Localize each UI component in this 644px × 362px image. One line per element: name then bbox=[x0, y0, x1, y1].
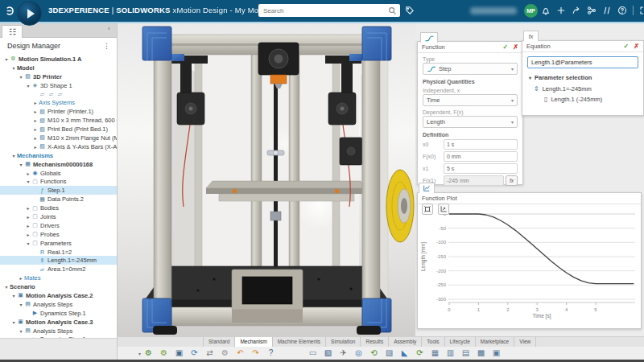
tree-expand-arrow[interactable]: ▸ bbox=[25, 171, 31, 176]
search-icon[interactable] bbox=[388, 6, 397, 15]
parameter-selection-header[interactable]: ▾ Parameter selection bbox=[529, 74, 637, 81]
tree-expand-arrow[interactable]: ▸ bbox=[18, 275, 24, 281]
simulate-icon[interactable]: ⚙ bbox=[141, 347, 156, 360]
tree-item[interactable]: ▾▧3D Printer bbox=[0, 72, 117, 81]
tree-item[interactable]: ▾▦Mechanism00000168 bbox=[0, 160, 117, 169]
tree-item[interactable]: ▾▤Analysis Steps bbox=[0, 300, 117, 309]
tree-expand-arrow[interactable]: ▸ bbox=[32, 100, 39, 105]
compass-play-button[interactable] bbox=[17, 1, 42, 26]
search-bar[interactable] bbox=[258, 4, 400, 17]
tree-item[interactable]: ƒStep.1 bbox=[0, 186, 117, 195]
generate-icon[interactable]: ⚙ bbox=[156, 347, 171, 360]
3d-viewport[interactable] bbox=[118, 23, 415, 336]
function-plot-canvas[interactable]: 0-50-100-150-200-250-300012345Time [s]Le… bbox=[418, 204, 641, 328]
function-type-dropdown[interactable]: Step bbox=[423, 63, 518, 75]
tree-item[interactable]: RReal.1=2 bbox=[0, 248, 117, 257]
tree-collapse-arrow[interactable]: ▾ bbox=[18, 302, 24, 307]
tree-item[interactable]: ▸▢Drivers bbox=[0, 221, 117, 230]
function-panel-tab[interactable] bbox=[420, 32, 438, 43]
tree-expand-arrow[interactable]: ▸ bbox=[25, 214, 31, 220]
tree-item[interactable]: ▸▧M10 x 3 mm Thread, 600 mm Long, ... bbox=[0, 116, 117, 125]
tree-collapse-arrow[interactable]: ▾ bbox=[10, 65, 17, 71]
tree-item[interactable]: ▱Area.1=0mm2 bbox=[0, 265, 117, 274]
tree-collapse-arrow[interactable]: ▾ bbox=[3, 56, 10, 62]
tree-item[interactable]: ▾⚙Motion Simulation.1 A bbox=[0, 55, 117, 64]
tag-icon[interactable] bbox=[405, 6, 415, 15]
cancel-button[interactable]: ✗ bbox=[513, 43, 518, 51]
save-icon[interactable]: ▣ bbox=[171, 347, 187, 360]
tree-item[interactable]: ▸▧Printer (Printer.1) bbox=[0, 107, 117, 116]
ok-button[interactable]: ✓ bbox=[503, 43, 509, 51]
notifications-icon[interactable] bbox=[541, 6, 551, 15]
tree-collapse-arrow[interactable]: ▾ bbox=[3, 284, 10, 290]
independent-dropdown[interactable]: Time bbox=[423, 94, 518, 106]
tree-item[interactable]: ▱▱▱ bbox=[0, 90, 117, 99]
tree-expand-arrow[interactable]: ▸ bbox=[32, 135, 39, 141]
forward-icon[interactable] bbox=[572, 6, 581, 15]
plane-icon[interactable]: ▱ bbox=[39, 91, 46, 97]
view-frame-icon[interactable]: ▭ bbox=[305, 347, 320, 360]
cancel-button[interactable]: ✗ bbox=[634, 43, 639, 50]
search-input[interactable] bbox=[258, 7, 388, 14]
add-icon[interactable] bbox=[556, 6, 566, 15]
parameter-item[interactable]: ▯Length.1 (-245mm) bbox=[522, 94, 643, 105]
kebab-menu-icon[interactable]: ⋮ bbox=[103, 42, 117, 50]
export-icon[interactable]: ⇄ bbox=[202, 347, 217, 360]
equation-panel-tab[interactable]: fx bbox=[523, 31, 539, 41]
tree-item[interactable]: ▾▢Parameters bbox=[0, 239, 117, 248]
refresh-icon[interactable]: ⟳ bbox=[187, 347, 202, 360]
tree-collapse-arrow[interactable]: ▾ bbox=[25, 179, 31, 184]
render-style-icon[interactable]: ▩ bbox=[473, 347, 489, 360]
tree-item[interactable]: ▸▧X-Axis & Y-Axis Bars (X-Axis & Y-Axis … bbox=[0, 142, 117, 151]
definition-value-input[interactable]: -245 mm bbox=[444, 175, 504, 186]
tree-expand-arrow[interactable]: ▸ bbox=[32, 126, 39, 132]
collapse-panel-arrow[interactable]: ‹ bbox=[108, 25, 110, 32]
fullscreen-icon[interactable] bbox=[639, 6, 644, 15]
tree-item[interactable]: ▶Dynamics Step.1 bbox=[0, 309, 117, 318]
tree-collapse-arrow[interactable]: ▾ bbox=[18, 328, 24, 334]
redo-icon[interactable]: ↷ bbox=[248, 347, 263, 360]
target-view-icon[interactable]: ◎ bbox=[351, 347, 366, 360]
tree-item[interactable]: ▾▤Analysis Steps bbox=[0, 327, 117, 335]
plot-panel-tab[interactable] bbox=[419, 183, 435, 193]
definition-value-input[interactable]: 1 s bbox=[444, 139, 518, 150]
fly-through-icon[interactable]: ✈ bbox=[336, 347, 351, 360]
tree-item[interactable]: ⇕Length.1=-245mm bbox=[0, 256, 117, 265]
ok-button[interactable]: ✓ bbox=[624, 43, 630, 50]
tree-item[interactable]: ▾◈3D Shape 1 bbox=[0, 81, 117, 90]
undo-icon[interactable]: ↶ bbox=[233, 347, 248, 360]
definition-value-input[interactable]: 5 s bbox=[444, 163, 518, 174]
tree-item[interactable]: ▸▢Bodies bbox=[0, 204, 117, 212]
printer-model[interactable] bbox=[118, 23, 416, 336]
tree-expand-arrow[interactable]: ▸ bbox=[25, 205, 31, 211]
tree-expand-arrow[interactable]: ▸ bbox=[32, 144, 39, 150]
tree-collapse-arrow[interactable]: ▾ bbox=[18, 162, 24, 167]
tree-item[interactable]: ▾Mechanisms bbox=[0, 151, 117, 160]
help-icon[interactable] bbox=[617, 6, 627, 15]
user-avatar[interactable]: MP bbox=[524, 4, 538, 18]
orbit-icon[interactable]: ⟲ bbox=[366, 347, 382, 360]
tree-item[interactable]: ▸Mates bbox=[0, 274, 117, 282]
top-view-icon[interactable]: ▤ bbox=[458, 347, 473, 360]
tree-item[interactable]: ▸▢Probes bbox=[0, 230, 117, 239]
plane-icon[interactable]: ▱ bbox=[56, 91, 64, 97]
tree-item[interactable]: ▸▧M10 x 2mm Flange Nut (M10 x 2mm ... bbox=[0, 134, 117, 142]
equation-input[interactable] bbox=[527, 56, 638, 68]
collab-icon[interactable] bbox=[602, 6, 612, 15]
tree-item[interactable]: ▾▣Motion Analysis Case.3 bbox=[0, 318, 117, 327]
share-icon[interactable] bbox=[587, 6, 597, 15]
tree-expand-arrow[interactable]: ▸ bbox=[25, 232, 31, 237]
tree-item[interactable]: ▸▢Joints bbox=[0, 212, 117, 221]
perspective-icon[interactable]: ◣ bbox=[397, 347, 412, 360]
parameter-item[interactable]: ⇕Length.1=-245mm bbox=[522, 84, 643, 94]
scene-icon[interactable]: ▣ bbox=[489, 347, 504, 360]
tree-item[interactable]: ▾▣Motion Analysis Case.2 bbox=[0, 291, 117, 300]
fx-button[interactable]: fx bbox=[506, 175, 518, 186]
tree-item[interactable]: ▾Model bbox=[0, 64, 117, 72]
tree-item[interactable]: ▸▧Print Bed (Print Bed.1) bbox=[0, 125, 117, 134]
tree-collapse-arrow[interactable]: ▾ bbox=[10, 153, 17, 158]
tree-item[interactable]: ▸Axis Systems bbox=[0, 98, 117, 107]
tree-item[interactable]: ▾▢Functions bbox=[0, 177, 117, 186]
tree-item[interactable]: ▦Data Points.2 bbox=[0, 195, 117, 204]
shaded-cube-icon[interactable]: ▧ bbox=[320, 347, 336, 360]
